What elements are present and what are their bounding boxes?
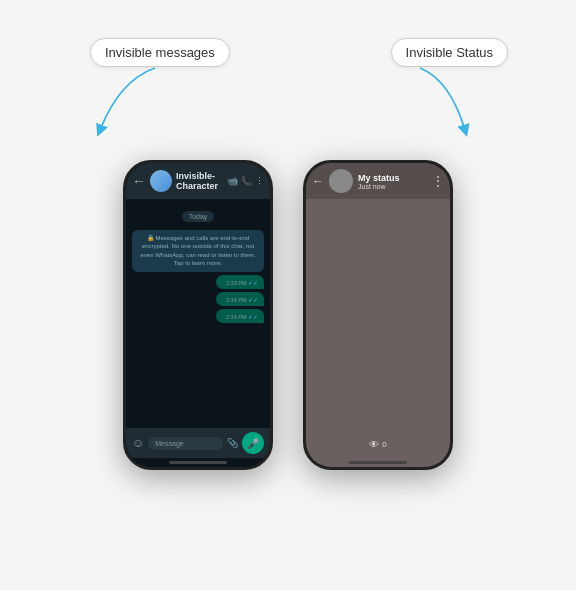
- message-input[interactable]: Message: [148, 437, 223, 450]
- chat-date-area: Today: [126, 199, 270, 226]
- invisible-status-text: Invisible Status: [406, 45, 493, 60]
- chat-back-icon[interactable]: ←: [132, 173, 146, 189]
- status-info: My status Just now: [358, 173, 427, 190]
- status-name: My status: [358, 173, 427, 183]
- attach-icon[interactable]: 📎: [227, 438, 238, 448]
- chat-input-bar: ☺ Message 📎 🎤: [126, 428, 270, 458]
- avatar-image: [150, 170, 172, 192]
- phone-status-section: ← My status Just now ⋮ 👁 0: [303, 160, 453, 470]
- chat-messages: 🔒 Messages and calls are end-to-end encr…: [126, 226, 270, 428]
- view-count: 0: [382, 440, 386, 449]
- phone-status: ← My status Just now ⋮ 👁 0: [303, 160, 453, 470]
- chat-screen: ← Invisible-Character 📹 📞 ⋮ Today: [126, 163, 270, 467]
- invisible-messages-text: Invisible messages: [105, 45, 215, 60]
- phone-chat-section: ← Invisible-Character 📹 📞 ⋮ Today: [123, 160, 273, 470]
- phone-chat: ← Invisible-Character 📹 📞 ⋮ Today: [123, 160, 273, 470]
- message-2: 2:34 PM ✓✓: [216, 292, 264, 306]
- status-home-indicator: [349, 461, 407, 464]
- mic-button[interactable]: 🎤: [242, 432, 264, 454]
- tick-3: ✓✓: [248, 314, 258, 320]
- tick-2: ✓✓: [248, 297, 258, 303]
- message-3: 2:34 PM ✓✓: [216, 309, 264, 323]
- label-invisible-status: Invisible Status: [391, 38, 508, 67]
- eye-icon: 👁: [369, 439, 379, 450]
- system-message: 🔒 Messages and calls are end-to-end encr…: [132, 230, 264, 272]
- system-message-text: 🔒 Messages and calls are end-to-end encr…: [140, 235, 255, 266]
- chat-header-icons: 📹 📞 ⋮: [227, 176, 264, 186]
- status-back-icon[interactable]: ←: [312, 174, 324, 188]
- tick-1: ✓✓: [248, 280, 258, 286]
- status-menu-icon[interactable]: ⋮: [432, 174, 444, 188]
- input-placeholder: Message: [155, 440, 183, 447]
- message-1: 2:33 PM ✓✓: [216, 275, 264, 289]
- status-footer: 👁 0: [306, 431, 450, 458]
- emoji-icon[interactable]: ☺: [132, 436, 144, 450]
- chat-header: ← Invisible-Character 📹 📞 ⋮: [126, 163, 270, 199]
- msg-time-2: 2:34 PM ✓✓: [226, 296, 258, 303]
- menu-icon[interactable]: ⋮: [255, 176, 264, 186]
- msg-time-3: 2:34 PM ✓✓: [226, 313, 258, 320]
- label-invisible-messages: Invisible messages: [90, 38, 230, 67]
- contact-name: Invisible-Character: [176, 171, 223, 191]
- video-icon[interactable]: 📹: [227, 176, 238, 186]
- chat-avatar: [150, 170, 172, 192]
- status-avatar: [329, 169, 353, 193]
- home-indicator: [169, 461, 227, 464]
- call-icon[interactable]: 📞: [241, 176, 252, 186]
- status-time: Just now: [358, 183, 427, 190]
- msg-time-1: 2:33 PM ✓✓: [226, 279, 258, 286]
- status-header: ← My status Just now ⋮: [306, 163, 450, 199]
- status-body: [306, 199, 450, 431]
- date-badge: Today: [182, 211, 215, 222]
- status-screen: ← My status Just now ⋮ 👁 0: [306, 163, 450, 467]
